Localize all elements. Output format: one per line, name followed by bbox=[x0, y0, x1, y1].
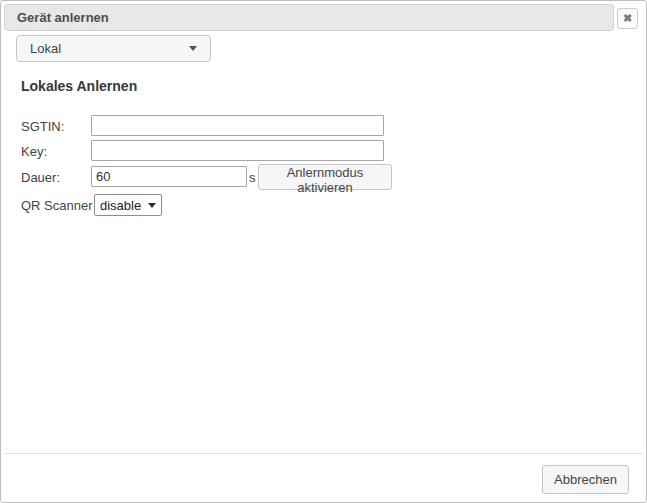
qr-scanner-label: QR Scanner bbox=[21, 198, 93, 213]
mode-dropdown[interactable]: Lokal bbox=[16, 35, 211, 62]
activate-teach-in-button[interactable]: Anlernmodus aktivieren bbox=[258, 164, 392, 190]
cancel-button[interactable]: Abbrechen bbox=[542, 465, 629, 494]
dropdown-arrow-icon bbox=[148, 203, 156, 208]
sgtin-label: SGTIN: bbox=[21, 119, 64, 134]
sgtin-input[interactable] bbox=[91, 115, 384, 136]
section-heading: Lokales Anlernen bbox=[21, 78, 137, 94]
mode-dropdown-value: Lokal bbox=[30, 41, 61, 56]
key-label: Key: bbox=[21, 144, 47, 159]
duration-unit: s bbox=[249, 170, 256, 185]
close-icon: ✖ bbox=[623, 13, 632, 24]
duration-label: Dauer: bbox=[21, 170, 60, 185]
chevron-down-icon bbox=[189, 46, 197, 51]
key-input[interactable] bbox=[91, 140, 384, 161]
device-teach-in-dialog: Gerät anlernen ✖ Lokal Lokales Anlernen … bbox=[0, 0, 647, 503]
duration-input[interactable] bbox=[91, 166, 247, 187]
qr-scanner-select-value: disable bbox=[100, 198, 141, 213]
close-button[interactable]: ✖ bbox=[617, 8, 638, 29]
dialog-title: Gerät anlernen bbox=[17, 10, 109, 25]
footer-divider bbox=[5, 453, 642, 454]
qr-scanner-select[interactable]: disable bbox=[94, 194, 162, 216]
dialog-titlebar: Gerät anlernen bbox=[4, 4, 614, 31]
